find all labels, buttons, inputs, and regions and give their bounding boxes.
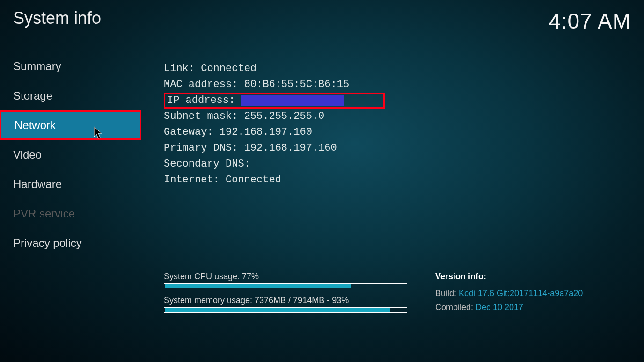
sidebar-item-summary[interactable]: Summary [0, 51, 141, 81]
version-block: Version info: Build: Kodi 17.6 Git:20171… [435, 272, 583, 319]
compiled-row: Compiled: Dec 10 2017 [435, 300, 583, 314]
sidebar-item-storage[interactable]: Storage [0, 81, 141, 110]
sidebar-item-video[interactable]: Video [0, 140, 141, 169]
usage-block: System CPU usage: 77% System memory usag… [164, 272, 407, 319]
cpu-usage-label: System CPU usage: 77% [164, 272, 407, 282]
sidebar: Summary Storage Network Video Hardware P… [0, 51, 141, 258]
ip-redacted [241, 95, 344, 106]
header: System info 4:07 AM [0, 0, 644, 37]
memory-usage-bar [164, 307, 407, 313]
internet-row: Internet: Connected [164, 172, 630, 188]
sidebar-item-hardware[interactable]: Hardware [0, 169, 141, 199]
page-title: System info [13, 8, 101, 28]
subnet-row: Subnet mask: 255.255.255.0 [164, 109, 630, 124]
main-panel: Link: Connected MAC address: 80:B6:55:5C… [164, 61, 630, 319]
sidebar-item-pvr-service: PVR service [0, 199, 141, 228]
link-row: Link: Connected [164, 61, 630, 77]
memory-usage-label: System memory usage: 7376MB / 7914MB - 9… [164, 296, 407, 305]
footer-divider [164, 263, 630, 263]
version-info-title: Version info: [435, 272, 583, 282]
dns1-row: Primary DNS: 192.168.197.160 [164, 140, 630, 156]
ip-row: IP address: [164, 93, 385, 109]
cpu-usage-bar [164, 283, 407, 289]
ip-row-wrap: IP address: [164, 93, 630, 109]
footer: System CPU usage: 77% System memory usag… [164, 272, 630, 319]
dns2-row: Secondary DNS: [164, 156, 630, 172]
mac-row: MAC address: 80:B6:55:5C:B6:15 [164, 77, 630, 93]
sidebar-item-network[interactable]: Network [0, 110, 141, 140]
clock: 4:07 AM [549, 8, 631, 34]
build-row: Build: Kodi 17.6 Git:20171114-a9a7a20 [435, 286, 583, 300]
gateway-row: Gateway: 192.168.197.160 [164, 124, 630, 140]
sidebar-item-privacy-policy[interactable]: Privacy policy [0, 228, 141, 258]
